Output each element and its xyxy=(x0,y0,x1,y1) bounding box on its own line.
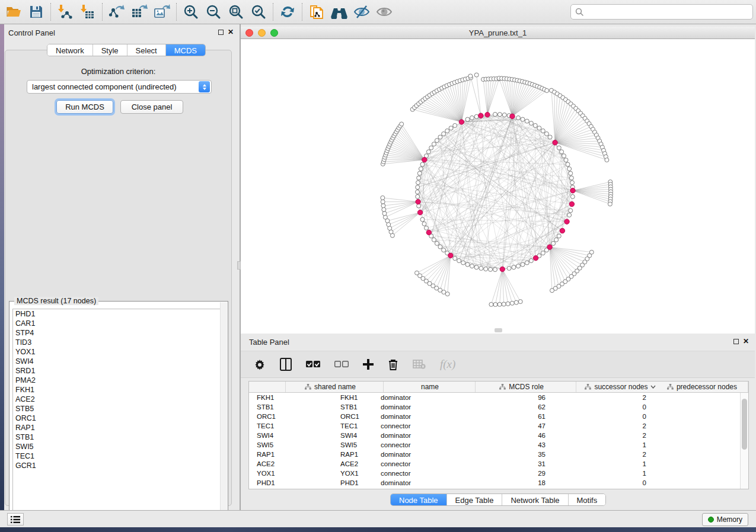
mcds-result-item[interactable]: SWI5 xyxy=(13,442,224,451)
zoom-out-button[interactable] xyxy=(202,2,225,22)
close-table-panel-icon[interactable]: ✕ xyxy=(743,338,749,344)
search-input[interactable] xyxy=(583,5,752,18)
table-row[interactable]: FKH1 FKH1 dominator 96 2 xyxy=(249,393,748,402)
table-tab[interactable]: Edge Table xyxy=(447,494,503,506)
network-canvas[interactable] xyxy=(241,39,755,334)
network-graph[interactable] xyxy=(241,39,755,334)
mcds-result-item[interactable]: STB1 xyxy=(13,432,224,442)
mcds-result-item[interactable]: YOX1 xyxy=(13,347,224,357)
table-row[interactable]: STB1 STB1 dominator 62 0 xyxy=(249,402,748,412)
select-all-icon[interactable] xyxy=(306,357,320,372)
close-panel-button[interactable]: Close panel xyxy=(120,100,183,114)
mcds-result-item[interactable]: PHD1 xyxy=(13,309,224,319)
table-tab[interactable]: Network Table xyxy=(502,494,568,506)
control-panel-tab[interactable]: MCDS xyxy=(166,44,205,56)
network-window-title: YPA_prune.txt_1 xyxy=(469,28,527,37)
show-panels-button[interactable] xyxy=(7,513,24,525)
network-search-field[interactable] xyxy=(570,4,753,20)
optimization-criterion-value: largest connected component (undirected) xyxy=(27,82,199,91)
search-icon xyxy=(575,8,583,16)
table-scrollbar-thumb[interactable] xyxy=(742,399,747,450)
function-builder-icon[interactable]: f(x) xyxy=(440,357,455,372)
run-mcds-button[interactable]: Run MCDS xyxy=(56,100,113,114)
network-window-titlebar[interactable]: YPA_prune.txt_1 xyxy=(241,27,755,39)
hide-graphics-details-button[interactable] xyxy=(350,2,373,22)
show-columns-icon[interactable] xyxy=(280,357,292,372)
table-row[interactable]: TEC1 TEC1 connector 47 2 xyxy=(249,421,748,431)
column-header[interactable]: MCDS role xyxy=(476,382,576,392)
mcds-result-item[interactable]: TEC1 xyxy=(13,451,224,461)
table-row[interactable]: ORC1 ORC1 dominator 61 0 xyxy=(249,412,748,421)
float-panel-icon[interactable] xyxy=(218,30,224,35)
import-table-button[interactable] xyxy=(76,2,99,22)
unselect-all-icon[interactable] xyxy=(334,357,349,372)
panel-splitter-handle[interactable] xyxy=(237,261,241,270)
mcds-result-item[interactable]: CAR1 xyxy=(13,319,224,328)
zoom-in-icon xyxy=(183,4,199,20)
window-maximize-icon[interactable] xyxy=(270,29,278,37)
table-row[interactable]: PHD1 PHD1 dominator 18 0 xyxy=(249,478,748,488)
mcds-result-item[interactable]: SWI4 xyxy=(13,357,224,366)
table-tab[interactable]: Node Table xyxy=(391,494,447,506)
control-panel-tab[interactable]: Style xyxy=(93,44,127,56)
delete-table-icon[interactable] xyxy=(413,357,426,372)
column-header[interactable]: shared name xyxy=(286,382,384,392)
export-image-button[interactable] xyxy=(151,2,173,22)
node-table: shared name name xyxy=(248,381,749,489)
column-header[interactable]: name xyxy=(384,382,476,392)
mcds-result-item[interactable]: STB5 xyxy=(13,404,224,414)
mcds-result-item[interactable]: SRD1 xyxy=(13,366,224,376)
search-network-button[interactable] xyxy=(328,2,350,22)
table-scrollbar[interactable] xyxy=(740,393,748,489)
import-network-button[interactable] xyxy=(54,2,76,22)
mcds-result-item[interactable]: TID3 xyxy=(13,338,224,347)
mcds-result-item[interactable]: PMA2 xyxy=(13,376,224,385)
mcds-result-item[interactable]: ACE2 xyxy=(13,395,224,404)
table-row[interactable]: ACE2 ACE2 connector 31 1 xyxy=(249,459,748,469)
mcds-result-item[interactable]: RAP1 xyxy=(13,423,224,432)
save-session-button[interactable] xyxy=(25,2,47,22)
table-row[interactable]: RAP1 RAP1 dominator 35 2 xyxy=(249,450,748,459)
column-settings-gear-icon[interactable] xyxy=(254,357,266,372)
table-row[interactable]: SWI4 SWI4 dominator 46 2 xyxy=(249,431,748,440)
table-row[interactable]: SWI5 SWI5 connector 43 1 xyxy=(249,440,748,450)
control-panel-tab[interactable]: Select xyxy=(127,44,166,56)
show-graphics-details-button[interactable] xyxy=(373,2,395,22)
mcds-result-list[interactable]: PHD1CAR1STP4TID3YOX1SWI4SRD1PMA2FKH1ACE2… xyxy=(12,309,225,518)
float-table-panel-icon[interactable] xyxy=(733,339,739,344)
zoom-in-button[interactable] xyxy=(180,2,202,22)
clone-network-button[interactable] xyxy=(305,2,328,22)
status-bar: Memory xyxy=(0,510,756,527)
memory-button[interactable]: Memory xyxy=(702,513,748,526)
mcds-result-title: MCDS result (17 nodes) xyxy=(14,297,98,305)
mcds-result-item[interactable]: STP4 xyxy=(13,328,224,338)
control-panel-tab[interactable]: Network xyxy=(47,44,93,56)
shared-column-icon xyxy=(667,384,674,390)
close-panel-icon[interactable]: ✕ xyxy=(228,29,234,35)
export-network-button[interactable] xyxy=(106,2,128,22)
open-session-button[interactable] xyxy=(2,2,25,22)
export-table-button[interactable] xyxy=(128,2,151,22)
mcds-result-item[interactable]: GCR1 xyxy=(13,461,224,470)
table-row[interactable]: YOX1 YOX1 connector 29 1 xyxy=(249,469,748,478)
mcds-pane: Optimization criterion: largest connecte… xyxy=(5,50,232,506)
zoom-selected-button[interactable] xyxy=(247,2,270,22)
window-minimize-icon[interactable] xyxy=(258,29,266,37)
node-table-header: shared name name xyxy=(249,382,748,393)
add-row-icon[interactable] xyxy=(363,357,374,372)
refresh-button[interactable] xyxy=(276,2,299,22)
column-header[interactable]: predecessor nodes xyxy=(665,382,748,392)
mcds-result-item[interactable]: FKH1 xyxy=(13,385,224,395)
window-close-icon[interactable] xyxy=(245,29,253,37)
mcds-result-item[interactable]: ORC1 xyxy=(13,414,224,423)
eye-icon xyxy=(376,5,393,19)
toolbar-separator xyxy=(273,3,273,21)
delete-row-icon[interactable] xyxy=(388,357,398,372)
table-tab[interactable]: Motifs xyxy=(569,494,606,506)
memory-label: Memory xyxy=(717,515,742,524)
optimization-criterion-select[interactable]: largest connected component (undirected) xyxy=(27,80,212,94)
zoom-fit-button[interactable] xyxy=(225,2,247,22)
column-header[interactable]: successor nodes xyxy=(576,382,665,392)
canvas-scroll-grip[interactable] xyxy=(495,328,502,332)
result-list-scrollbar[interactable] xyxy=(220,302,227,511)
